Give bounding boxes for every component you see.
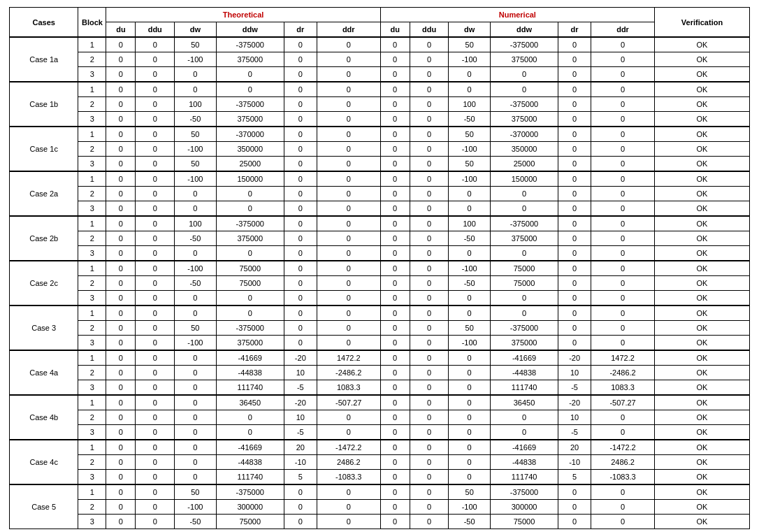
t_ddr-cell: 0 (317, 201, 380, 217)
n_du-cell: 0 (380, 515, 410, 529)
n_dr-cell: 20 (558, 440, 591, 455)
n_ddu-cell: 0 (410, 52, 449, 67)
n_ddw-cell: -44838 (490, 455, 558, 470)
t_dr-cell: 0 (284, 336, 317, 351)
t_dr-cell: 0 (284, 82, 317, 97)
n_dr-cell: 0 (558, 291, 591, 306)
n_du-cell: 0 (380, 201, 410, 217)
n_ddu-cell: 0 (410, 500, 449, 515)
verification-cell: OK (654, 336, 749, 351)
n_ddr-cell: 0 (591, 187, 655, 201)
n_du-cell: 0 (380, 112, 410, 127)
block-no: 3 (78, 67, 106, 82)
n-ddr-header: ddr (591, 22, 655, 38)
n_dw-cell: 0 (449, 82, 491, 97)
n_ddr-cell: 0 (591, 127, 655, 142)
t_dr-cell: 0 (284, 67, 317, 82)
n_dw-cell: -100 (449, 261, 491, 276)
table-row: 20050-375000000050-37500000OK (10, 321, 750, 336)
n-du-header: du (380, 22, 410, 38)
n_du-cell: 0 (380, 231, 410, 246)
t_dr-cell: 0 (284, 231, 317, 246)
t_ddw-cell: 0 (216, 425, 284, 440)
table-row: 200-1003000000000-10030000000OK (10, 500, 750, 515)
t_dw-cell: -100 (175, 52, 217, 67)
block-no: 3 (78, 201, 106, 217)
n_ddr-cell: 0 (591, 157, 655, 172)
t_du-cell: 0 (106, 246, 136, 261)
block-no: 1 (78, 395, 106, 410)
n_ddu-cell: 0 (410, 142, 449, 157)
t_ddw-cell: 0 (216, 291, 284, 306)
t_ddr-cell: 0 (317, 171, 380, 187)
n_dr-cell: 0 (558, 112, 591, 127)
n_ddr-cell: -1472.2 (591, 440, 655, 455)
n_du-cell: 0 (380, 127, 410, 142)
verification-cell: OK (654, 97, 749, 112)
n_ddr-cell: 0 (591, 410, 655, 425)
n_ddw-cell: -375000 (490, 484, 558, 500)
n_ddw-cell: 0 (490, 425, 558, 440)
t_ddu-cell: 0 (136, 350, 175, 366)
t_ddr-cell: 0 (317, 425, 380, 440)
t_ddu-cell: 0 (136, 231, 175, 246)
t-ddw-header: ddw (216, 22, 284, 38)
n_dr-cell: 0 (558, 127, 591, 142)
t_ddu-cell: 0 (136, 127, 175, 142)
t_du-cell: 0 (106, 350, 136, 366)
t_ddr-cell: 0 (317, 112, 380, 127)
t_ddw-cell: -375000 (216, 97, 284, 112)
case-label: Case 4a (10, 350, 78, 395)
n_du-cell: 0 (380, 37, 410, 52)
n_ddr-cell: 0 (591, 37, 655, 52)
t_ddr-cell: 0 (317, 82, 380, 97)
t_ddw-cell: -44838 (216, 366, 284, 380)
n_ddu-cell: 0 (410, 216, 449, 231)
t_ddr-cell: 0 (317, 142, 380, 157)
t_dw-cell: 0 (175, 425, 217, 440)
n_dr-cell: -20 (558, 395, 591, 410)
block-no: 1 (78, 261, 106, 276)
block-no: 2 (78, 231, 106, 246)
n_ddr-cell: 0 (591, 82, 655, 97)
t_ddu-cell: 0 (136, 142, 175, 157)
t_du-cell: 0 (106, 171, 136, 187)
n_ddu-cell: 0 (410, 305, 449, 321)
t_dr-cell: 0 (284, 52, 317, 67)
n_dr-cell: -10 (558, 455, 591, 470)
n_du-cell: 0 (380, 336, 410, 351)
n_ddw-cell: 0 (490, 67, 558, 82)
t_dw-cell: 50 (175, 484, 217, 500)
t_ddu-cell: 0 (136, 515, 175, 529)
t_dr-cell: 0 (284, 157, 317, 172)
t_ddr-cell: -2486.2 (317, 366, 380, 380)
block-no: 3 (78, 515, 106, 529)
t_ddr-cell: 0 (317, 336, 380, 351)
n_dr-cell: 0 (558, 500, 591, 515)
n_ddr-cell: 0 (591, 52, 655, 67)
t_ddr-cell: 0 (317, 127, 380, 142)
n_ddu-cell: 0 (410, 336, 449, 351)
n_dr-cell: 0 (558, 216, 591, 231)
table-row: 3000000000000OK (10, 201, 750, 217)
table-row: 300-503750000000-5037500000OK (10, 112, 750, 127)
t_ddw-cell: 375000 (216, 231, 284, 246)
n_dr-cell: 0 (558, 82, 591, 97)
t_dr-cell: 10 (284, 410, 317, 425)
numerical-header: Numerical (380, 8, 654, 22)
t_ddw-cell: 300000 (216, 500, 284, 515)
block-no: 3 (78, 380, 106, 396)
header-row-2: du ddu dw ddw dr ddr du ddu dw ddw dr dd… (10, 22, 750, 38)
n_du-cell: 0 (380, 350, 410, 366)
n_dw-cell: -50 (449, 515, 491, 529)
n-dw-header: dw (449, 22, 491, 38)
verification-cell: OK (654, 112, 749, 127)
case-label: Case 1a (10, 37, 78, 82)
n_dr-cell: 10 (558, 410, 591, 425)
n_ddw-cell: 75000 (490, 276, 558, 291)
t_ddr-cell: 0 (317, 321, 380, 336)
table-row: Case 4c1000-4166920-1472.2000-4166920-14… (10, 440, 750, 455)
n_dr-cell: 0 (558, 97, 591, 112)
case-label: Case 1c (10, 127, 78, 171)
t-dr-header: dr (284, 22, 317, 38)
